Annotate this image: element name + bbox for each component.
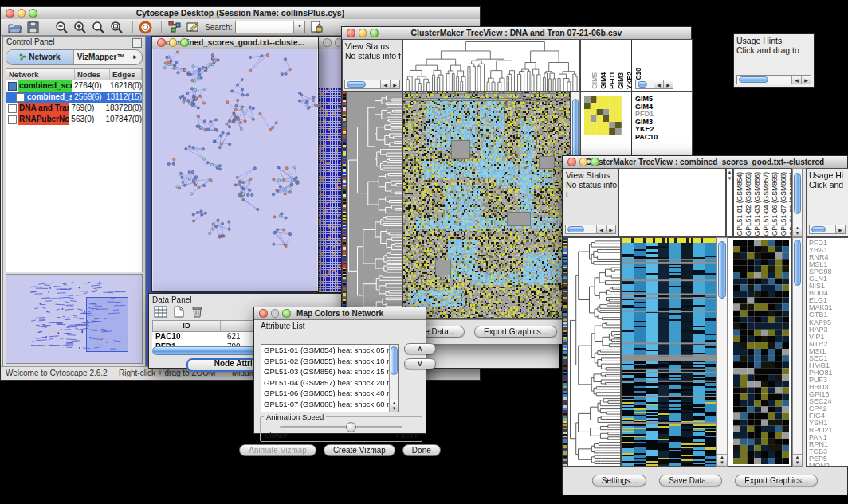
save-session-icon[interactable]	[26, 21, 41, 34]
slider-knob[interactable]	[346, 422, 356, 432]
usage-hints-label: Usage Hi	[807, 169, 848, 180]
column-dendrogram-panel[interactable]	[618, 168, 726, 237]
minimize-icon[interactable]	[271, 309, 280, 318]
zoom-window-icon[interactable]	[29, 9, 37, 18]
usage-hints-scrollbar[interactable]: ▶	[809, 225, 846, 234]
window-controls	[6, 9, 37, 18]
close-icon[interactable]	[157, 38, 166, 47]
dialog-title-bar[interactable]: Map Colors to Network	[254, 307, 426, 320]
scroll-right-icon: ▶	[390, 80, 399, 88]
background-window-title-bar[interactable]	[318, 37, 342, 49]
zoom-in-icon[interactable]	[73, 21, 88, 34]
gene-label[interactable]: PAC10	[635, 134, 658, 142]
tab-vizmapper[interactable]: VizMapper™	[74, 50, 128, 64]
view-status-label: View Status	[343, 40, 402, 51]
delete-attribute-icon[interactable]	[189, 304, 205, 318]
scroll-left-icon: ◀	[380, 80, 390, 88]
attribute-list-item[interactable]: GPL51-03 (GSM856) heat shock 15 min	[261, 366, 390, 377]
minimize-icon[interactable]	[359, 29, 367, 37]
attribute-list-item[interactable]: GPL51-04 (GSM857) heat shock 20 min	[261, 377, 390, 389]
open-session-icon[interactable]	[7, 21, 22, 34]
attribute-list-item[interactable]: GPL51-07 (GSM868) heat shock 60 min	[261, 399, 390, 410]
zoom-window-icon[interactable]	[591, 158, 599, 166]
session-settings-icon[interactable]	[309, 21, 324, 34]
grid-network-view[interactable]	[319, 49, 341, 291]
column-label: GPL51-01 (GSM854)	[736, 172, 744, 236]
network-table-row[interactable]: RNAPuberNov2+ 563(0) 107847(0)	[6, 114, 142, 125]
view-status-scrollbar[interactable]: ◀▶	[565, 225, 616, 234]
network-table: Network Nodes Edges combined_scores_ 276…	[6, 68, 143, 272]
treeview-button[interactable]: Export Graphics...	[474, 326, 557, 338]
attribute-list-item[interactable]: GPL51-01 (GSM854) heat shock 05 min	[261, 345, 390, 356]
zoom-vertical-scrollbar[interactable]: ▲▼	[792, 237, 803, 467]
treeview-button[interactable]: Settings...	[592, 475, 646, 486]
split-arrows-strip[interactable]: ▲▼	[726, 168, 733, 237]
minimize-icon[interactable]	[169, 38, 178, 47]
map-colors-dialog: Map Colors to Network Attribute List GPL…	[253, 307, 426, 434]
annotation-icon[interactable]	[185, 21, 200, 34]
network-table-row[interactable]: combined_scores_ 2764(0) 16218(0)	[6, 80, 142, 92]
row-dendrogram-panel[interactable]	[346, 92, 402, 319]
network-canvas[interactable]	[153, 49, 317, 291]
column-label: GIM3	[617, 72, 625, 89]
float-panel-icon[interactable]	[132, 38, 142, 48]
heatmap-panel[interactable]	[402, 92, 571, 319]
treeview-combined-title-bar[interactable]: ClusterMaker TreeView : combined_scores_…	[563, 156, 847, 169]
column-label: GIM5	[591, 72, 599, 89]
zoom-window-icon[interactable]	[370, 29, 379, 37]
minimize-icon[interactable]	[579, 158, 588, 166]
search-input[interactable]: ▼	[235, 21, 305, 33]
labels-vertical-scrollbar[interactable]: ▲▼	[792, 168, 803, 237]
tab-network[interactable]: Network	[6, 50, 74, 64]
animation-speed-slider[interactable]	[280, 426, 402, 428]
network-overview-panel[interactable]	[6, 274, 143, 364]
treeview-dna-title-bar[interactable]: ClusterMaker TreeView : DNA and Tran 07-…	[342, 27, 691, 40]
treeview-button[interactable]: Save Data...	[659, 475, 722, 486]
zoom-matrix-thumbnail[interactable]	[584, 96, 622, 135]
labels-scrollbar[interactable]: ◀▶	[635, 80, 673, 89]
close-icon[interactable]	[567, 158, 576, 166]
minimize-icon[interactable]	[18, 9, 26, 18]
tab-overflow-arrow[interactable]: ►	[128, 50, 142, 64]
attribute-list-item[interactable]: GPL51-06 (GSM865) heat shock 40 min	[261, 388, 390, 399]
close-icon[interactable]	[6, 9, 14, 18]
main-title-bar[interactable]: Cytoscape Desktop (Session Name: collins…	[1, 7, 480, 20]
close-icon[interactable]	[347, 29, 355, 37]
create-vizmap-button[interactable]: Create Vizmap	[324, 444, 395, 456]
zoom-out-icon[interactable]	[54, 21, 69, 34]
heatmap-panel[interactable]	[621, 237, 716, 467]
chevron-down-icon[interactable]: ▼	[293, 21, 304, 33]
new-attribute-icon[interactable]	[171, 304, 186, 318]
column-labels-panel: GPL51-01 (GSM854)GPL51-02 (GSM855)GPL51-…	[733, 168, 792, 237]
heatmap-vertical-scrollbar[interactable]: ▲▼	[716, 237, 728, 467]
move-up-button[interactable]: ∧	[404, 343, 436, 354]
close-icon[interactable]	[323, 38, 332, 47]
attribute-list-scrollbar[interactable]: ▲▼	[389, 345, 398, 412]
network-file-icon	[8, 104, 17, 113]
faster-label: Faster	[396, 431, 418, 440]
toolbar-separator	[132, 21, 133, 33]
usage-hints-label: Usage Hints	[734, 34, 814, 45]
done-button[interactable]: Done	[402, 444, 441, 456]
move-down-button[interactable]: ∨	[404, 358, 436, 369]
attribute-table-icon[interactable]	[152, 304, 168, 318]
zoom-selected-icon[interactable]	[91, 21, 106, 34]
view-status-scrollbar[interactable]: ◀▶	[344, 80, 400, 89]
close-icon[interactable]	[259, 309, 268, 318]
attribute-list-item[interactable]: GPL51-02 (GSM855) heat shock 10 min	[261, 356, 390, 367]
network-table-row[interactable]: DNA and Tran 07 769(0) 183728(0)	[6, 103, 142, 114]
usage-hints-scrollbar[interactable]: ◀▶	[736, 75, 811, 84]
treeview-button[interactable]: Export Graphics...	[735, 475, 818, 486]
row-dendrogram-panel[interactable]	[567, 237, 621, 467]
column-dendrogram-panel[interactable]	[402, 39, 580, 92]
zoom-fit-icon[interactable]	[109, 21, 124, 34]
zoom-matrix-thumbnail[interactable]	[733, 240, 789, 464]
zoom-column-labels-panel: GIM5GIM4PFD1GIM3YKE2PAC10 ◀▶	[580, 39, 693, 92]
vizmapper-icon[interactable]	[167, 21, 182, 34]
zoom-window-icon[interactable]	[282, 309, 291, 318]
animate-vizmap-button[interactable]: Animate Vizmap	[239, 444, 316, 456]
network-table-row[interactable]: combined_sco 2569(6) 13112(15)	[6, 92, 142, 103]
network-window-title-bar[interactable]: combined_scores_good.txt--cluste...	[152, 37, 318, 49]
help-lifebuoy-icon[interactable]	[138, 21, 153, 34]
zoom-window-icon[interactable]	[180, 38, 189, 47]
